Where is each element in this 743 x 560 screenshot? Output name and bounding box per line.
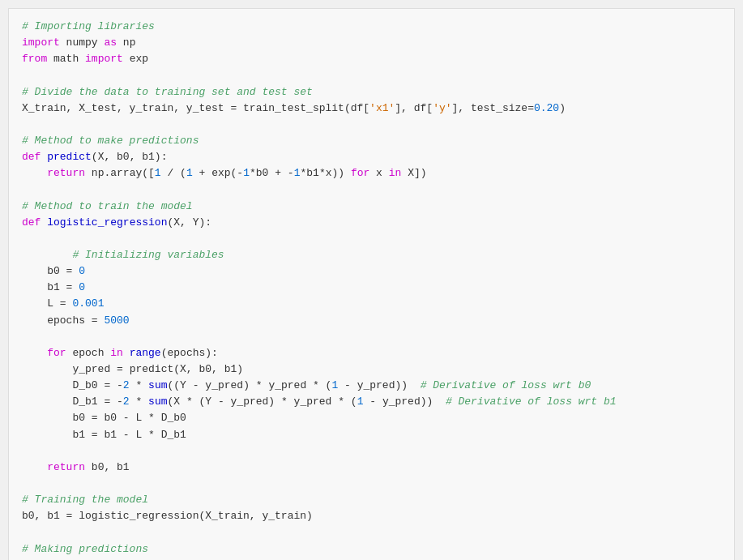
code-block: # Importing libraries import numpy as np… xyxy=(8,8,735,560)
